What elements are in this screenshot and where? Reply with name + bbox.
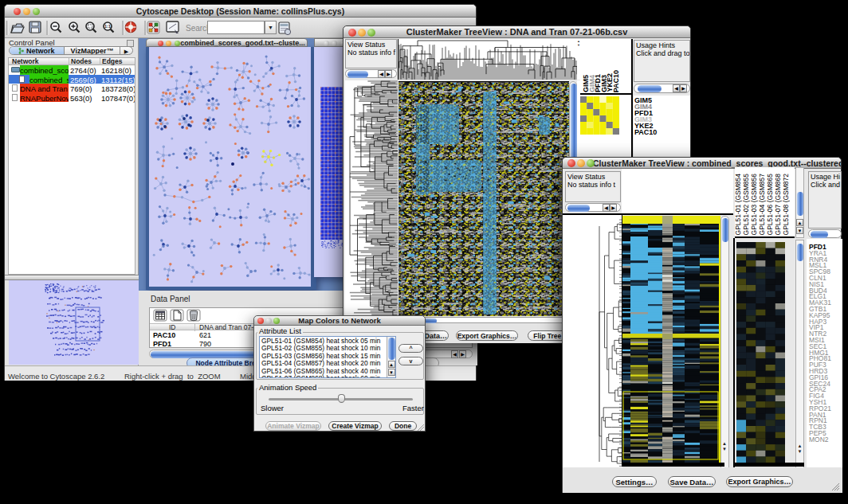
svg-text:1:1: 1:1 [104,24,111,29]
